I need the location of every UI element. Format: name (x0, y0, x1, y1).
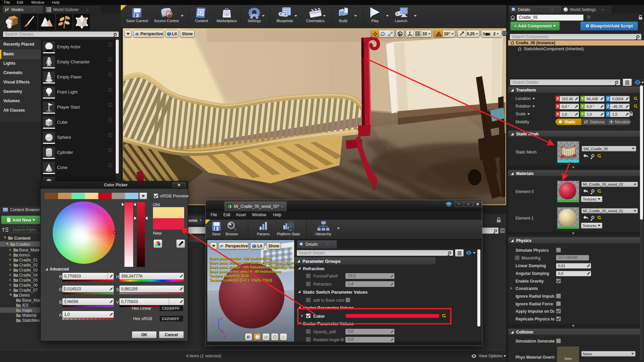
svg-text:X: X (224, 335, 226, 337)
svg-text:u: u (226, 12, 228, 15)
svg-text:Y: Y (211, 334, 213, 337)
svg-text:Z: Z (220, 317, 222, 320)
